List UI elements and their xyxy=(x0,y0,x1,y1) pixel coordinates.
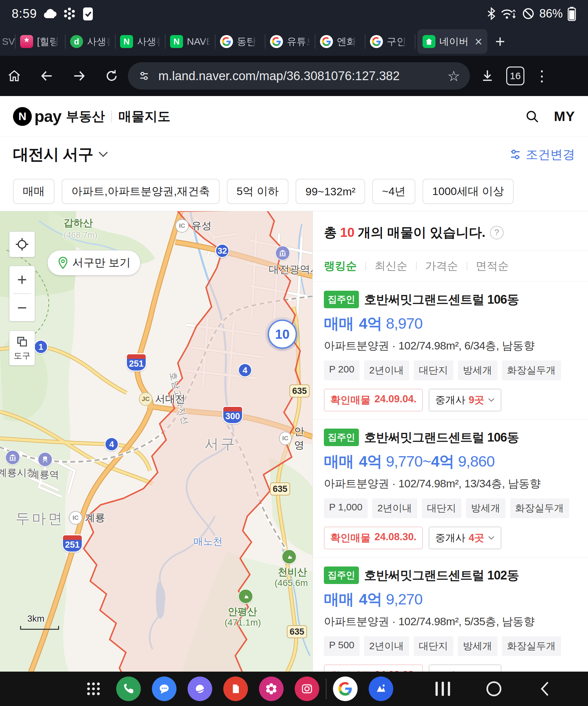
ic-anyeong-badge: IC안영 xyxy=(279,425,313,452)
google-app-icon[interactable] xyxy=(333,676,358,701)
forward-button[interactable] xyxy=(70,67,88,85)
route-shield-32: 32 xyxy=(215,244,229,258)
home-button[interactable] xyxy=(5,67,23,85)
tab-partial[interactable]: SV xyxy=(0,36,15,47)
route-shield-4-2: 4 xyxy=(105,437,119,451)
route-shield-1: 1 xyxy=(34,340,48,354)
section-label[interactable]: 부동산 xyxy=(66,107,105,125)
tab-naver[interactable]: N NAVER xyxy=(165,27,215,56)
browser-menu-button[interactable]: ⋮ xyxy=(533,67,551,85)
listing-title[interactable]: 호반써밋그랜드센트럴 106동 xyxy=(364,291,519,308)
download-button[interactable] xyxy=(478,67,497,85)
map-canvas[interactable]: 갑하산 (468.7m) IC유성 대전광역시 호남고속지선 32 1 251 … xyxy=(0,211,313,672)
region-bar: 대전시 서구 조건변경 xyxy=(0,137,588,172)
app-drawer-button[interactable] xyxy=(81,676,106,701)
checkbox-notification-icon xyxy=(82,6,94,21)
status-bar: 8:59 86% xyxy=(0,0,588,27)
region-selector[interactable]: 대전시 서구 xyxy=(13,144,93,165)
pay-logo-text[interactable]: pay xyxy=(34,107,61,126)
sliders-icon xyxy=(509,148,522,161)
chevron-down-icon[interactable] xyxy=(98,151,109,158)
url-text[interactable]: m.land.naver.com/map/36.3081076:127.382 xyxy=(158,69,442,83)
filter-chip-trade-type[interactable]: 매매 xyxy=(13,179,54,204)
notes-app-icon[interactable] xyxy=(223,676,248,701)
tab-switcher-button[interactable]: 16 xyxy=(506,67,524,85)
filter-chip-age[interactable]: ~4년 xyxy=(372,179,415,204)
camera-app-icon[interactable] xyxy=(295,676,319,701)
help-icon[interactable]: ? xyxy=(490,226,504,239)
back-nav-button[interactable] xyxy=(538,680,552,697)
broker-dropdown[interactable]: 중개사 2곳 xyxy=(429,664,501,672)
filter-chip-property-type[interactable]: 아파트,아파트분양권,재건축 xyxy=(62,179,220,204)
sort-ranking[interactable]: 랭킹순 xyxy=(324,259,357,274)
recents-button[interactable] xyxy=(435,682,450,696)
map-tools-button[interactable]: 도구 xyxy=(9,330,35,366)
smartthings-icon xyxy=(63,7,76,20)
owner-badge: 집주인 xyxy=(324,291,359,308)
tab-yen[interactable]: 엔화 xyxy=(315,27,365,56)
tab-youtube[interactable]: 유튜브 xyxy=(266,27,315,56)
listing-item[interactable]: 집주인 호반써밋그랜드센트럴 106동 매매4억 9,770~4억 9,860 … xyxy=(313,420,588,557)
listing-item[interactable]: 집주인 호반써밋그랜드센트럴 102동 매매4억 9,270 아파트분양권 · … xyxy=(313,557,588,672)
site-header: N pay 부동산 매물지도 MY xyxy=(0,96,588,137)
filter-chip-area[interactable]: 99~132m² xyxy=(296,179,365,204)
tab-privacy-1[interactable]: d 사생활 xyxy=(66,27,115,56)
listing-title[interactable]: 호반써밋그랜드센트럴 102동 xyxy=(364,567,519,584)
tab-jobs[interactable]: 구인 xyxy=(365,27,415,56)
home-nav-button[interactable] xyxy=(486,681,501,696)
naver-land-app-icon[interactable] xyxy=(369,676,393,701)
my-menu[interactable]: MY xyxy=(554,109,575,124)
current-location-button[interactable] xyxy=(9,231,35,257)
tab-privacy-2[interactable]: N 사생활 xyxy=(116,27,165,56)
filter-chip-households[interactable]: 1000세대 이상 xyxy=(423,179,514,204)
owner-badge: 집주인 xyxy=(324,429,359,446)
listing-item[interactable]: 집주인 호반써밋그랜드센트럴 106동 매매4억 8,970 아파트분양권 · … xyxy=(313,282,588,420)
town-label-dumamyeon: 두마면 xyxy=(15,509,64,528)
listing-title[interactable]: 호반써밋그랜드센트럴 106동 xyxy=(364,429,519,446)
city-label-daejeon: 대전광역시 xyxy=(269,263,313,277)
sort-price[interactable]: 가격순 xyxy=(425,259,458,274)
reload-button[interactable] xyxy=(103,67,121,85)
train-station-icon xyxy=(38,452,52,467)
gallery-app-icon[interactable] xyxy=(259,676,284,701)
phone-app-icon[interactable] xyxy=(116,676,141,701)
poi-label-station: 계룡역 xyxy=(30,468,59,481)
messages-app-icon[interactable] xyxy=(152,676,177,701)
route-shield-251: 251 xyxy=(126,353,147,371)
results-summary: 총 10 개의 매물이 있습니다. ? xyxy=(313,211,588,241)
interruption-blocked-icon xyxy=(522,7,535,20)
tab-active-naver-land[interactable]: 네이버 × xyxy=(417,29,487,54)
show-only-seogu-button[interactable]: 서구만 보기 xyxy=(47,250,141,275)
internet-app-icon[interactable] xyxy=(188,676,212,701)
site-settings-icon[interactable] xyxy=(138,70,151,82)
url-bar[interactable]: m.land.naver.com/map/36.3081076:127.382 … xyxy=(128,62,470,89)
tab-healing[interactable]: * [힐링 xyxy=(15,27,65,56)
sort-bar: 랭킹순 최신순 가격순 면적순 xyxy=(313,250,588,282)
sort-area[interactable]: 면적순 xyxy=(476,259,509,274)
mountain-elev-gaphasan: (468.7m) xyxy=(64,230,97,240)
filter-chips: 매매 아파트,아파트분양권,재건축 5억 이하 99~132m² ~4년 100… xyxy=(0,172,588,211)
change-conditions-button[interactable]: 조건변경 xyxy=(509,146,575,163)
listing-cluster-marker[interactable]: 10 xyxy=(268,320,297,349)
sort-newest[interactable]: 최신순 xyxy=(375,259,407,274)
chevron-down-icon xyxy=(488,535,495,541)
zoom-in-button[interactable]: + xyxy=(9,266,35,293)
verified-listing-badge: 확인매물24.08.28. xyxy=(324,664,423,672)
search-icon[interactable] xyxy=(525,109,540,124)
naver-pay-logo[interactable]: N xyxy=(13,107,32,126)
bookmark-star-icon[interactable]: ☆ xyxy=(447,68,460,84)
route-shield-300: 300 xyxy=(222,406,243,424)
battery-icon xyxy=(567,6,576,21)
back-button[interactable] xyxy=(38,67,56,85)
new-tab-button[interactable]: + xyxy=(495,32,505,51)
ic-yuseong-badge: IC유성 xyxy=(175,219,211,233)
filter-chip-price[interactable]: 5억 이하 xyxy=(227,179,288,204)
mountain-elev-cheonbisan: (465.6m xyxy=(275,578,308,588)
close-tab-icon[interactable]: × xyxy=(475,34,482,49)
broker-dropdown[interactable]: 중개사 4곳 xyxy=(429,526,501,549)
listings-panel: 총 10 개의 매물이 있습니다. ? 랭킹순 최신순 가격순 면적순 집주인 … xyxy=(313,211,588,672)
zoom-out-button[interactable]: − xyxy=(9,294,35,321)
broker-dropdown[interactable]: 중개사 9곳 xyxy=(429,389,501,411)
listing-tags: P 2002년이내 대단지방세개 화장실두개 xyxy=(324,360,577,380)
tab-dongtan[interactable]: 동탄 xyxy=(215,27,265,56)
